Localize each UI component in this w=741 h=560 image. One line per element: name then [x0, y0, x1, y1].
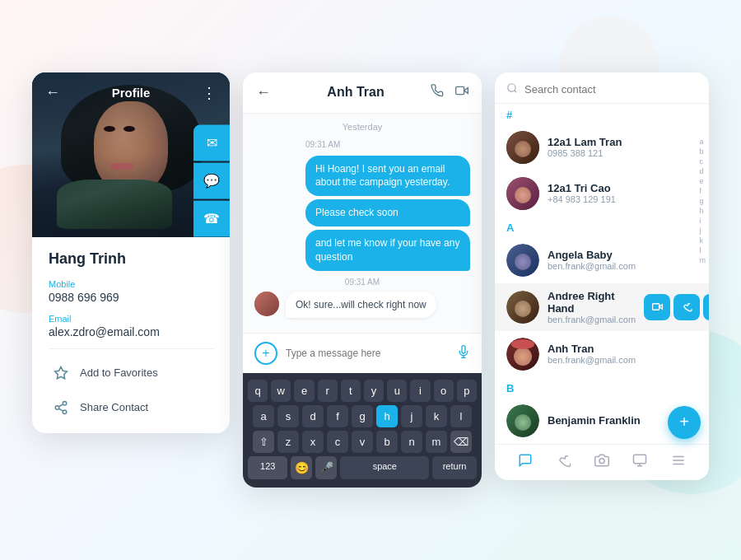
- chat-message-input[interactable]: [286, 348, 449, 359]
- key-o[interactable]: o: [434, 380, 454, 402]
- key-m[interactable]: m: [426, 431, 447, 453]
- key-f[interactable]: f: [327, 405, 348, 427]
- key-s[interactable]: s: [277, 405, 299, 427]
- section-hash: #: [495, 104, 709, 124]
- contact-item-anh[interactable]: Anh Tran ben.frank@gmail.com: [495, 331, 709, 377]
- key-h[interactable]: h: [376, 405, 398, 427]
- key-d[interactable]: d: [302, 405, 324, 427]
- andree-call-button[interactable]: [673, 294, 700, 320]
- message-row-sent-1: 09:31 AM Hi Hoang! I sent you an email a…: [254, 140, 470, 271]
- key-emoji[interactable]: 😊: [291, 456, 312, 479]
- alpha-j[interactable]: j: [700, 227, 706, 235]
- profile-chat-button[interactable]: 💬: [193, 162, 230, 198]
- contact-avatar-angela: [506, 244, 539, 277]
- message-time: 09:31 AM: [305, 140, 470, 149]
- key-a[interactable]: a: [253, 405, 274, 427]
- alpha-m[interactable]: m: [700, 257, 706, 264]
- contact-avatar-andree: [506, 291, 539, 324]
- chat-mic-button[interactable]: [457, 345, 470, 362]
- profile-back-button[interactable]: ←: [45, 84, 60, 101]
- key-k[interactable]: k: [426, 405, 447, 427]
- key-l[interactable]: l: [450, 405, 472, 427]
- contact-avatar-anh: [506, 338, 539, 371]
- add-favorites-option[interactable]: Add to Favorites: [49, 356, 213, 390]
- andree-video-button[interactable]: [644, 294, 670, 320]
- alpha-d[interactable]: d: [700, 168, 706, 175]
- profile-action-buttons: ✉ 💬 ☎ 🎥: [193, 124, 230, 236]
- chat-contact-name: Anh Tran: [281, 85, 431, 100]
- contact-sub-angela: ben.frank@gmail.com: [548, 261, 697, 271]
- key-return[interactable]: return: [432, 456, 477, 479]
- contact-sub-andree: ben.frank@gmail.com: [548, 315, 636, 324]
- key-j[interactable]: j: [401, 405, 422, 427]
- key-c[interactable]: c: [327, 431, 348, 453]
- chat-phone-icon[interactable]: [431, 84, 444, 100]
- mobile-value: 0988 696 969: [49, 291, 213, 304]
- footer-menu-icon[interactable]: [671, 453, 686, 472]
- chat-header: ← Anh Tran: [243, 72, 482, 114]
- contact-item-andree[interactable]: Andree Right Hand ben.frank@gmail.com: [495, 283, 709, 331]
- profile-call-button[interactable]: ☎: [193, 200, 230, 236]
- share-contact-option[interactable]: Share Contact: [49, 390, 213, 425]
- contacts-panel: # 12a1 Lam Tran 0985 388 121: [495, 72, 709, 480]
- alpha-g[interactable]: g: [700, 198, 706, 205]
- chat-add-button[interactable]: +: [254, 342, 277, 365]
- key-nums[interactable]: 123: [248, 456, 287, 479]
- key-n[interactable]: n: [401, 431, 422, 453]
- add-favorites-label: Add to Favorites: [80, 366, 158, 379]
- fab-add-button[interactable]: +: [668, 406, 701, 439]
- alpha-l[interactable]: l: [700, 247, 706, 254]
- alpha-h[interactable]: h: [700, 208, 706, 215]
- contacts-search-input[interactable]: [524, 83, 697, 96]
- footer-camera-icon[interactable]: [594, 453, 609, 472]
- contact-item-12a1-lam[interactable]: 12a1 Lam Tran 0985 388 121: [495, 124, 709, 170]
- key-r[interactable]: r: [318, 380, 338, 402]
- chat-date-label: Yesterday: [254, 122, 470, 132]
- key-b[interactable]: b: [376, 431, 398, 453]
- contact-action-buttons: [644, 294, 709, 320]
- contact-name-angela: Angela Baby: [548, 249, 697, 261]
- email-value: alex.zdro@email.com: [49, 325, 213, 338]
- alpha-k[interactable]: k: [700, 237, 706, 245]
- key-z[interactable]: z: [277, 431, 299, 453]
- chat-video-icon[interactable]: [455, 84, 468, 100]
- profile-email-button[interactable]: ✉: [193, 124, 230, 161]
- andree-chat-button[interactable]: [703, 294, 709, 320]
- keyboard-row-3: ⇧ z x c v b n m ⌫: [248, 431, 477, 453]
- section-a: A: [495, 217, 709, 237]
- contact-item-angela[interactable]: Angela Baby ben.frank@gmail.com: [495, 237, 709, 283]
- key-shift[interactable]: ⇧: [253, 431, 274, 453]
- profile-more-button[interactable]: ⋮: [202, 84, 217, 102]
- key-u[interactable]: u: [387, 380, 407, 402]
- key-q[interactable]: q: [248, 380, 268, 402]
- key-v[interactable]: v: [352, 431, 373, 453]
- key-mic[interactable]: 🎤: [315, 456, 337, 479]
- chat-back-button[interactable]: ←: [256, 84, 271, 101]
- alpha-i[interactable]: i: [700, 217, 706, 225]
- contact-item-12a1-tri[interactable]: 12a1 Tri Cao +84 983 129 191: [495, 170, 709, 217]
- alpha-e[interactable]: e: [700, 178, 706, 185]
- key-y[interactable]: y: [364, 380, 384, 402]
- footer-contacts-icon[interactable]: [632, 453, 647, 472]
- alpha-b[interactable]: b: [700, 148, 706, 156]
- alpha-f[interactable]: f: [700, 188, 706, 195]
- svg-rect-15: [634, 455, 646, 464]
- profile-header-bar: ← Profile ⋮: [32, 72, 230, 114]
- keyboard: q w e r t y u i o p a s d f g h j k: [243, 373, 482, 488]
- sent-messages-content: 09:31 AM Hi Hoang! I sent you an email a…: [305, 140, 470, 271]
- message-bubble-1: Hi Hoang! I sent you an email about the …: [305, 156, 470, 197]
- alpha-a[interactable]: a: [700, 138, 706, 146]
- key-space[interactable]: space: [340, 456, 429, 479]
- alpha-c[interactable]: c: [700, 158, 706, 166]
- key-backspace[interactable]: ⌫: [450, 431, 472, 453]
- key-i[interactable]: i: [410, 380, 430, 402]
- footer-phone-icon[interactable]: [557, 453, 571, 472]
- message-bubble-2: Please check soon: [305, 199, 470, 226]
- key-p[interactable]: p: [457, 380, 477, 402]
- key-g[interactable]: g: [352, 405, 373, 427]
- key-x[interactable]: x: [302, 431, 324, 453]
- footer-chat-icon[interactable]: [518, 453, 533, 472]
- key-t[interactable]: t: [341, 380, 361, 402]
- key-e[interactable]: e: [294, 380, 314, 402]
- key-w[interactable]: w: [271, 380, 291, 402]
